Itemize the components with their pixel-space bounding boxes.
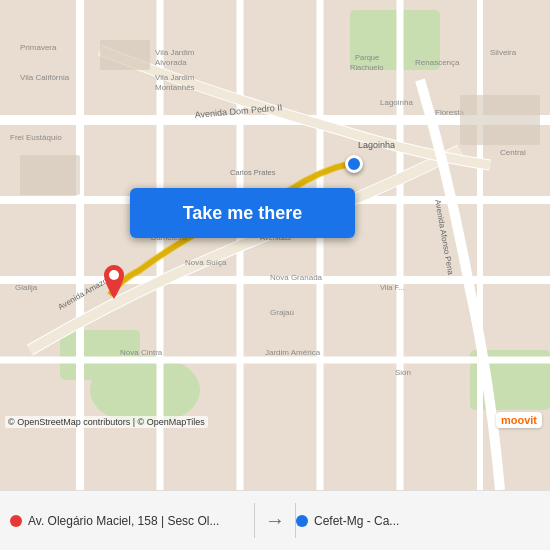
svg-text:Central: Central: [500, 148, 526, 157]
svg-text:Alvorada: Alvorada: [155, 58, 187, 67]
svg-text:Silveira: Silveira: [490, 48, 517, 57]
svg-text:Grajaú: Grajaú: [270, 308, 294, 317]
svg-text:Nova Cintra: Nova Cintra: [120, 348, 163, 357]
svg-text:Montanhês: Montanhês: [155, 83, 195, 92]
svg-text:Riachuelo: Riachuelo: [350, 63, 383, 72]
svg-text:Sion: Sion: [395, 368, 411, 377]
destination-icon: [296, 515, 308, 527]
svg-text:Frei Eustáquio: Frei Eustáquio: [10, 133, 62, 142]
bottom-bar: Av. Olegário Maciel, 158 | Sesc Ol... → …: [0, 490, 550, 550]
origin-location: Av. Olegário Maciel, 158 | Sesc Ol...: [10, 514, 254, 528]
map-container: Avenida Dom Pedro II Avenida Amazonas Av…: [0, 0, 550, 490]
svg-point-47: [109, 270, 119, 280]
osm-credit: © OpenStreetMap contributors | © OpenMap…: [5, 416, 208, 428]
svg-text:Vila Jardim: Vila Jardim: [155, 73, 195, 82]
svg-text:Vila Califórnia: Vila Califórnia: [20, 73, 70, 82]
destination-location: Cefet-Mg - Ca...: [296, 514, 540, 528]
svg-rect-44: [100, 40, 150, 70]
svg-text:Lagoinha: Lagoinha: [358, 140, 395, 150]
destination-text: Cefet-Mg - Ca...: [314, 514, 399, 528]
svg-text:Jardim América: Jardim América: [265, 348, 321, 357]
svg-text:Carlos Prates: Carlos Prates: [230, 168, 276, 177]
origin-icon: [10, 515, 22, 527]
svg-text:Nova Suíça: Nova Suíça: [185, 258, 227, 267]
destination-marker: [100, 265, 128, 299]
origin-marker: [345, 155, 363, 173]
svg-text:Vila F...: Vila F...: [380, 283, 404, 292]
svg-text:Vila Jardim: Vila Jardim: [155, 48, 195, 57]
svg-rect-43: [20, 155, 80, 195]
moovit-logo: moovit: [496, 412, 542, 428]
svg-text:Lagoinha: Lagoinha: [380, 98, 413, 107]
take-me-there-button[interactable]: Take me there: [130, 188, 355, 238]
svg-text:Primavera: Primavera: [20, 43, 57, 52]
arrow-icon: →: [255, 509, 295, 532]
svg-rect-45: [460, 95, 540, 145]
svg-text:Renascença: Renascença: [415, 58, 460, 67]
moovit-logo-text: moovit: [501, 414, 537, 426]
svg-text:Nova Granada: Nova Granada: [270, 273, 323, 282]
svg-text:Parque: Parque: [355, 53, 379, 62]
svg-text:Glalija: Glalija: [15, 283, 38, 292]
origin-text: Av. Olegário Maciel, 158 | Sesc Ol...: [28, 514, 219, 528]
